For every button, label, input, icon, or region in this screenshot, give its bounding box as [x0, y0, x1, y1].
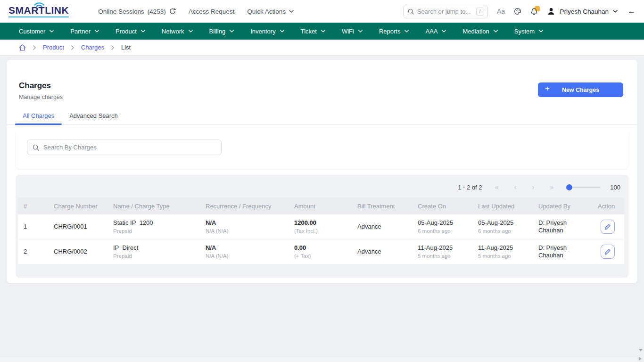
user-menu[interactable]: Priyesh Chauhan [547, 7, 618, 16]
amount: 1200.00 [294, 219, 352, 227]
col-bill-treatment: Bill Treatment [352, 203, 412, 210]
theme-palette-icon[interactable] [514, 8, 521, 15]
nav-item-customer[interactable]: Customer [19, 28, 54, 35]
table-section: 1 - 2 of 2 « ‹ › » 100 # Charge Number N… [16, 175, 628, 278]
nav-item-reports[interactable]: Reports [379, 28, 409, 35]
notifications-bell-icon[interactable] [530, 8, 538, 16]
charge-name-link[interactable]: Static IP_1200 [113, 219, 200, 227]
nav-label: Partner [70, 28, 91, 35]
back-arrow-icon[interactable]: ← [627, 7, 636, 16]
frequency: N/A (N/A) [206, 253, 289, 259]
search-icon [33, 144, 39, 151]
nav-item-ticket[interactable]: Ticket [301, 28, 325, 35]
table-header-row: # Charge Number Name / Charge Type Recur… [18, 197, 624, 214]
amount-note: (+ Tax) [294, 253, 352, 259]
charges-page-card: Charges Manage charges + New Charges All… [7, 60, 637, 283]
nav-item-system[interactable]: System [514, 28, 543, 35]
breadcrumb-product[interactable]: Product [43, 44, 64, 51]
quick-actions-label: Quick Actions [247, 8, 286, 15]
new-charges-label: New Charges [562, 87, 599, 93]
bill-treatment: Advance [352, 223, 412, 230]
chevron-right-icon [33, 45, 36, 50]
charge-type: Prepaid [113, 253, 200, 259]
quick-actions-menu[interactable]: Quick Actions [247, 8, 294, 15]
recurrence: N/A [206, 244, 289, 252]
nav-label: AAA [425, 28, 438, 35]
online-sessions-count: (4253) [148, 8, 166, 15]
online-sessions[interactable]: Online Sessions (4253) [98, 8, 176, 15]
nav-label: Inventory [250, 28, 275, 35]
nav-item-aaa[interactable]: AAA [425, 28, 446, 35]
nav-label: Billing [209, 28, 226, 35]
edit-charge-button[interactable] [601, 220, 615, 234]
nav-label: Reports [379, 28, 401, 35]
updated-by: D: Priyesh Chauhan [533, 244, 592, 259]
chevron-down-icon [405, 30, 409, 33]
nav-item-billing[interactable]: Billing [209, 28, 234, 35]
tab-bar: All Charges Advanced Search [7, 112, 637, 125]
breadcrumb-charges[interactable]: Charges [81, 44, 104, 51]
search-icon [408, 8, 414, 15]
charge-type: Prepaid [113, 228, 200, 234]
charges-search-box[interactable] [27, 140, 222, 155]
updated-by: D: Priyesh Chauhan [533, 219, 592, 234]
last-page-icon[interactable]: » [547, 183, 556, 191]
col-action: Action [592, 203, 624, 210]
new-charges-button[interactable]: + New Charges [538, 82, 623, 97]
refresh-icon[interactable] [169, 8, 176, 15]
chevron-down-icon [95, 30, 99, 33]
user-name: Priyesh Chauhan [560, 8, 609, 15]
chevron-down-icon [280, 30, 284, 33]
online-sessions-label: Online Sessions [98, 8, 144, 15]
chevron-right-icon [71, 45, 74, 50]
col-last-updated: Last Updated [472, 203, 533, 210]
scroll-down-arrow-icon[interactable] [639, 349, 643, 352]
tab-all-charges[interactable]: All Charges [15, 112, 62, 124]
col-name-charge-type: Name / Charge Type [107, 203, 200, 210]
global-search-input[interactable] [417, 8, 473, 15]
chevron-down-icon [289, 10, 294, 13]
create-ago: 5 months ago [418, 253, 472, 259]
table-row: 2 CHRG/0002 IP_Direct Prepaid N/A N/A (N… [18, 239, 624, 264]
nav-item-wifi[interactable]: WiFi [342, 28, 363, 35]
edit-charge-button[interactable] [601, 245, 615, 259]
charges-table: # Charge Number Name / Charge Type Recur… [18, 197, 624, 264]
page-size-value: 100 [610, 184, 620, 191]
access-request-link[interactable]: Access Request [189, 8, 235, 15]
page-size-slider[interactable] [566, 184, 600, 190]
next-page-icon[interactable]: › [529, 183, 537, 191]
pagination-range: 1 - 2 of 2 [458, 184, 482, 191]
scroll-right-arrow-icon[interactable] [639, 357, 642, 361]
nav-item-network[interactable]: Network [162, 28, 193, 35]
prev-page-icon[interactable]: ‹ [512, 183, 520, 191]
charge-number-link[interactable]: CHRG/0002 [48, 248, 107, 255]
nav-item-inventory[interactable]: Inventory [250, 28, 284, 35]
nav-item-product[interactable]: Product [116, 28, 145, 35]
charges-search-input[interactable] [43, 144, 216, 151]
main-navigation: Customer Partner Product Network Billing… [0, 23, 644, 40]
home-icon[interactable] [19, 44, 26, 51]
font-size-toggle[interactable]: Aa [497, 8, 505, 15]
amount: 0.00 [294, 244, 352, 252]
last-updated-ago: 6 months ago [478, 228, 533, 234]
chevron-down-icon [358, 30, 363, 33]
nav-item-partner[interactable]: Partner [70, 28, 99, 35]
nav-item-mediation[interactable]: Mediation [462, 28, 497, 35]
charge-name-link[interactable]: IP_Direct [113, 244, 200, 252]
nav-label: Product [116, 28, 137, 35]
smartlink-logo[interactable]: SMARTLINK [8, 5, 69, 17]
global-search-box[interactable]: / [403, 5, 488, 18]
page-title: Charges [19, 81, 63, 90]
slider-knob[interactable] [566, 184, 572, 190]
tab-advanced-search[interactable]: Advanced Search [62, 112, 125, 124]
table-row: 1 CHRG/0001 Static IP_1200 Prepaid N/A N… [18, 214, 624, 239]
chevron-right-icon [111, 45, 114, 50]
chevron-down-icon [442, 30, 446, 33]
horizontal-scrollbar[interactable] [0, 357, 638, 362]
col-amount: Amount [289, 203, 352, 210]
chevron-down-icon [321, 30, 325, 33]
first-page-icon[interactable]: « [492, 183, 501, 191]
charge-number-link[interactable]: CHRG/0001 [48, 223, 107, 230]
nav-label: Network [162, 28, 184, 35]
pencil-icon [604, 223, 611, 230]
